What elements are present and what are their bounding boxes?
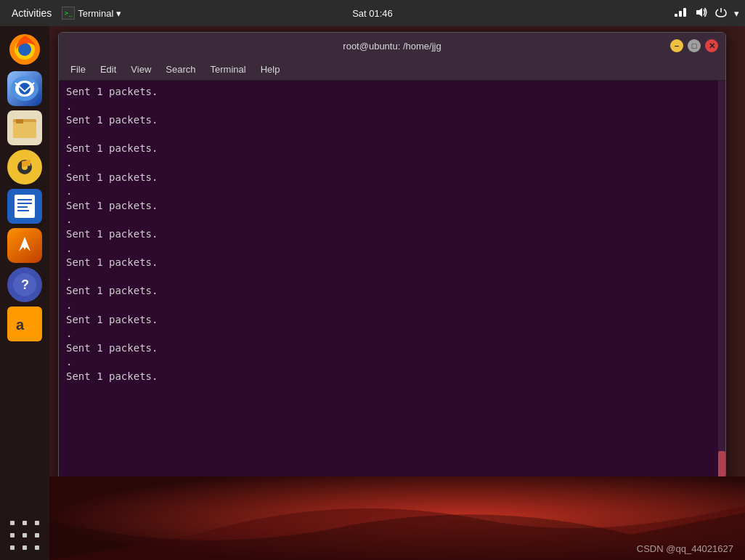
svg-rect-17	[17, 199, 32, 200]
system-menu-icon[interactable]: ▾	[734, 8, 739, 19]
sidebar-item-help[interactable]: ?	[7, 267, 42, 302]
sidebar-item-music[interactable]	[7, 150, 42, 184]
terminal-titlebar: root@ubuntu: /home/jjg – □ ✕	[59, 33, 725, 59]
minimize-button[interactable]: –	[670, 39, 683, 52]
activities-button[interactable]: Activities	[6, 4, 57, 22]
terminal-line: Sent 1 packets.	[66, 142, 718, 156]
scrollbar-thumb[interactable]	[718, 451, 725, 479]
svg-text:?: ?	[21, 277, 29, 292]
svg-rect-2	[683, 8, 686, 17]
terminal-line: Sent 1 packets.	[66, 113, 718, 128]
app-dropdown-icon[interactable]: ▾	[116, 8, 121, 19]
window-controls: – □ ✕	[670, 39, 718, 52]
scrollbar[interactable]	[718, 81, 725, 479]
terminal-line: .	[66, 299, 718, 313]
menu-view[interactable]: View	[125, 62, 157, 77]
terminal-line: Sent 1 packets.	[66, 313, 718, 328]
svg-rect-1	[679, 11, 682, 17]
grid-dot	[35, 545, 39, 550]
terminal-line: Sent 1 packets.	[66, 370, 718, 384]
volume-icon[interactable]	[695, 7, 708, 20]
grid-dot	[10, 521, 15, 525]
close-button[interactable]: ✕	[705, 39, 718, 52]
show-applications-button[interactable]	[7, 518, 42, 553]
grid-dot	[35, 521, 39, 525]
terminal-line: Sent 1 packets.	[66, 85, 718, 100]
terminal-line: Sent 1 packets.	[66, 171, 718, 185]
sidebar-item-firefox[interactable]	[7, 32, 42, 67]
top-bar-app: >_ Terminal ▾	[62, 7, 121, 20]
terminal-line: .	[66, 184, 718, 199]
svg-rect-20	[17, 210, 29, 211]
svg-rect-11	[13, 122, 36, 138]
menu-help[interactable]: Help	[255, 62, 286, 77]
terminal-line: Sent 1 packets.	[66, 341, 718, 356]
terminal-title: root@ubuntu: /home/jjg	[343, 41, 441, 52]
grid-dot	[23, 521, 27, 525]
terminal-line: .	[66, 213, 718, 227]
menu-terminal[interactable]: Terminal	[205, 62, 252, 77]
svg-rect-0	[675, 14, 677, 17]
sidebar-item-amazon[interactable]: a	[7, 307, 42, 341]
top-bar: Activities >_ Terminal ▾ Sat 01:46	[0, 0, 745, 26]
svg-rect-18	[17, 203, 32, 204]
system-clock: Sat 01:46	[352, 8, 393, 19]
sidebar-item-email[interactable]	[7, 71, 42, 106]
svg-rect-12	[16, 119, 23, 123]
terminal-line: Sent 1 packets.	[66, 199, 718, 214]
sidebar-dock: ? a	[0, 26, 49, 560]
sidebar-item-appstore[interactable]	[7, 228, 42, 263]
grid-dot	[35, 533, 39, 537]
sidebar-item-files[interactable]	[7, 110, 42, 145]
menu-file[interactable]: File	[65, 62, 91, 77]
grid-dot	[23, 533, 27, 537]
top-bar-right: ▾	[673, 7, 739, 20]
app-label: Terminal	[78, 8, 113, 19]
network-icon[interactable]	[673, 7, 688, 20]
svg-marker-3	[696, 8, 702, 17]
terminal-line: Sent 1 packets.	[66, 227, 718, 242]
svg-text:a: a	[16, 317, 25, 333]
terminal-app-icon: >_	[62, 7, 75, 20]
terminal-menubar: File Edit View Search Terminal Help	[59, 59, 725, 81]
svg-rect-19	[17, 206, 28, 208]
terminal-output: Sent 1 packets..Sent 1 packets..Sent 1 p…	[59, 81, 725, 479]
terminal-window: root@ubuntu: /home/jjg – □ ✕ File Edit V…	[58, 32, 726, 479]
menu-search[interactable]: Search	[160, 62, 201, 77]
terminal-line: .	[66, 100, 718, 114]
grid-dot	[23, 545, 27, 550]
terminal-line: Sent 1 packets.	[66, 256, 718, 270]
grid-dot	[10, 533, 15, 537]
terminal-line: .	[66, 242, 718, 256]
maximize-button[interactable]: □	[688, 39, 701, 52]
terminal-line: .	[66, 327, 718, 341]
grid-dot	[10, 545, 15, 550]
top-bar-left: Activities >_ Terminal ▾	[6, 4, 121, 22]
terminal-line: .	[66, 270, 718, 285]
menu-edit[interactable]: Edit	[94, 62, 122, 77]
terminal-line: .	[66, 156, 718, 171]
watermark: CSDN @qq_44021627	[637, 543, 733, 554]
terminal-line: .	[66, 355, 718, 370]
terminal-line: .	[66, 128, 718, 142]
sidebar-item-writer[interactable]	[7, 189, 42, 224]
terminal-line: Sent 1 packets.	[66, 284, 718, 299]
power-icon[interactable]	[715, 7, 727, 20]
